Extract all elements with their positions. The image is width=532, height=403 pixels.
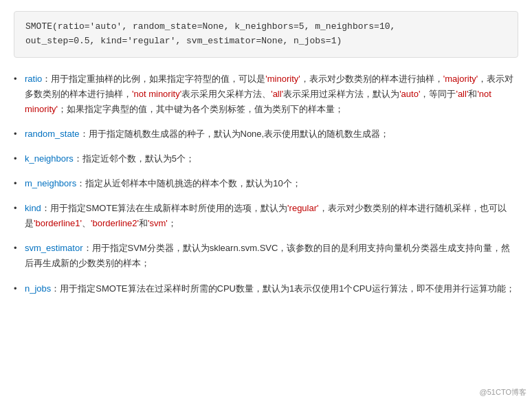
param-name: ratio bbox=[25, 74, 42, 84]
param-item: k_neighbors：指定近邻个数，默认为5个； bbox=[14, 151, 518, 166]
code-line2: out_step=0.5, kind='regular', svm_estima… bbox=[25, 34, 507, 49]
param-name: random_state bbox=[25, 129, 80, 139]
param-item: svm_estimator：用于指定SVM分类器，默认为sklearn.svm.… bbox=[14, 241, 518, 271]
param-name: svm_estimator bbox=[25, 243, 83, 253]
param-item: random_state：用于指定随机数生成器的种子，默认为None,表示使用默… bbox=[14, 127, 518, 142]
params-list: ratio：用于指定重抽样的比例，如果指定字符型的值，可以是'minority'… bbox=[14, 72, 518, 296]
param-name: k_neighbors bbox=[25, 153, 74, 164]
code-block: SMOTE(ratio='auto', random_state=None, k… bbox=[14, 11, 518, 58]
param-item: n_jobs：用于指定SMOTE算法在过采样时所需的CPU数量，默认为1表示仅使… bbox=[14, 281, 518, 296]
param-item: kind：用于指定SMOTE算法在生成新样本时所使用的选项，默认为'regula… bbox=[14, 201, 518, 231]
param-item: m_neighbors：指定从近邻样本中随机挑选的样本个数，默认为10个； bbox=[14, 176, 518, 191]
param-item: ratio：用于指定重抽样的比例，如果指定字符型的值，可以是'minority'… bbox=[14, 72, 518, 117]
param-name: n_jobs bbox=[25, 283, 51, 294]
watermark: @51CTO博客 bbox=[480, 387, 527, 397]
param-name: m_neighbors bbox=[25, 178, 76, 188]
param-name: kind bbox=[25, 203, 41, 213]
code-line1: SMOTE(ratio='auto', random_state=None, k… bbox=[25, 20, 507, 34]
